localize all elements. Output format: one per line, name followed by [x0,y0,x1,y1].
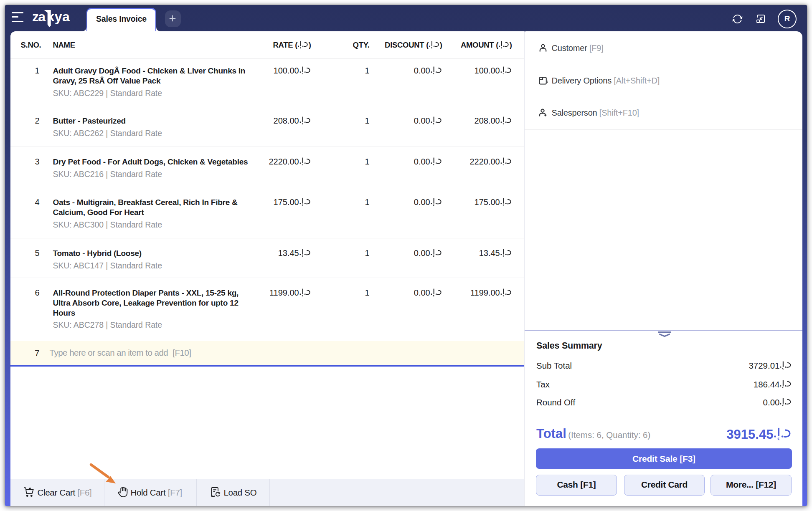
svg-text:za: za [32,9,46,24]
